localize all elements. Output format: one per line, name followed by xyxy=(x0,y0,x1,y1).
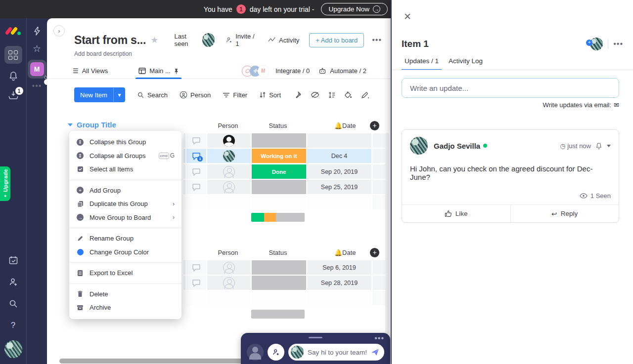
email-hint[interactable]: Write updates via email: ✉ xyxy=(543,101,619,109)
column-header-date[interactable]: 🔔 Date xyxy=(306,249,370,256)
comment-bubble-icon[interactable] xyxy=(192,279,201,287)
sidebar-item-quick-actions[interactable] xyxy=(33,26,42,36)
date-cell[interactable]: Sep 20, 2019 xyxy=(307,164,371,179)
send-icon[interactable] xyxy=(371,348,379,356)
add-item-row[interactable] xyxy=(183,195,385,209)
vertical-scroll-strip[interactable] xyxy=(385,133,389,334)
column-header-date[interactable]: 🔔 Date xyxy=(306,122,370,129)
chevron-down-icon[interactable] xyxy=(607,145,611,147)
sidebar-item-search[interactable] xyxy=(8,299,18,309)
group-title[interactable]: Group Title xyxy=(68,121,116,129)
person-cell[interactable] xyxy=(207,180,251,194)
comment-bubble-active-icon[interactable]: 1 xyxy=(192,152,201,160)
board-title[interactable]: Start from s... xyxy=(74,34,146,47)
sidebar-item-help[interactable]: ? xyxy=(11,321,15,330)
table-row[interactable]: Done Sep 20, 2019 xyxy=(183,164,385,179)
offline-member-avatar[interactable] xyxy=(247,344,264,361)
table-row[interactable] xyxy=(183,133,385,148)
caret-down-icon[interactable] xyxy=(68,123,73,126)
add-to-board-button[interactable]: + Add to board xyxy=(309,33,364,47)
activity-button[interactable]: Activity xyxy=(268,37,299,44)
date-cell[interactable]: Sep 6, 2019 xyxy=(307,260,371,275)
upgrade-side-tab[interactable]: Upgrade ✦ xyxy=(0,166,10,201)
search-button[interactable]: Search xyxy=(137,91,168,99)
sidebar-item-more-workspaces[interactable]: ••• xyxy=(32,81,42,90)
edit-pencil-icon[interactable] xyxy=(361,91,369,99)
person-cell[interactable] xyxy=(207,164,251,179)
column-header-person[interactable]: Person xyxy=(206,122,250,129)
sidebar-item-main-workspace[interactable]: M ⌂ xyxy=(28,60,46,79)
add-column-button[interactable]: + xyxy=(370,121,379,130)
reply-button[interactable]: ↩ Reply xyxy=(511,205,619,222)
person-cell[interactable] xyxy=(207,133,251,148)
menu-item-add-group[interactable]: + Add Group xyxy=(69,184,181,198)
tab-updates[interactable]: Updates / 1 xyxy=(402,57,442,70)
monday-logo[interactable] xyxy=(6,26,21,37)
menu-item-select-all-items[interactable]: Select all Items xyxy=(69,162,181,176)
menu-item-delete[interactable]: Delete xyxy=(69,287,181,301)
status-cell[interactable] xyxy=(252,276,306,290)
integrate-button[interactable]: Integrate / 0 xyxy=(273,67,312,75)
menu-item-rename-group[interactable]: Rename Group xyxy=(69,232,181,245)
chat-message-input[interactable]: Say hi to your team! xyxy=(288,344,384,361)
status-cell[interactable] xyxy=(252,180,306,194)
column-header-status[interactable]: Status xyxy=(251,122,305,129)
status-cell[interactable]: Working on it xyxy=(252,149,306,163)
item-title[interactable]: Item 1 xyxy=(402,39,429,49)
sidebar-item-invite-members[interactable] xyxy=(8,277,18,287)
board-menu-button[interactable]: ••• xyxy=(372,36,382,44)
sidebar-item-favorites[interactable]: ☆ xyxy=(33,43,41,54)
filter-button[interactable]: Filter xyxy=(223,91,247,99)
new-item-button[interactable]: New Item ▼ xyxy=(74,87,125,102)
drag-handle[interactable] xyxy=(309,337,322,338)
board-description[interactable]: Add board description xyxy=(74,50,132,57)
comment-bubble-icon[interactable] xyxy=(192,264,201,272)
bell-icon[interactable] xyxy=(595,142,602,150)
tab-main[interactable]: Main ... xyxy=(133,63,184,79)
add-item-row[interactable] xyxy=(183,291,385,305)
date-cell[interactable]: Sep 28, 2019 xyxy=(307,276,371,290)
status-cell[interactable] xyxy=(252,260,306,275)
sidebar-item-my-week[interactable] xyxy=(8,255,18,265)
group1-status-summary-bar[interactable] xyxy=(251,213,305,222)
item-menu-button[interactable]: ••• xyxy=(613,40,623,48)
date-cell[interactable]: Dec 4 xyxy=(307,149,371,163)
comment-author-avatar[interactable] xyxy=(410,137,428,155)
table-row[interactable]: Sep 25, 2019 xyxy=(183,180,385,194)
comment-bubble-icon[interactable] xyxy=(192,137,201,145)
person-cell[interactable] xyxy=(207,276,251,290)
menu-item-duplicate-this-group[interactable]: Duplicate this Group › xyxy=(69,197,181,211)
comment-author-name[interactable]: Gadjo Sevilla xyxy=(434,142,480,150)
menu-item-collapse-all-groups[interactable]: ⇕ Collapse all Groups cmdG xyxy=(69,149,181,163)
upgrade-now-button[interactable]: Upgrade Now → xyxy=(321,3,388,15)
table-row[interactable]: Sep 6, 2019 xyxy=(183,260,385,275)
group2-status-summary-bar[interactable] xyxy=(251,310,305,319)
chevron-down-icon[interactable]: ▼ xyxy=(113,87,125,102)
invite-member-button[interactable] xyxy=(268,344,284,361)
tab-activity-log[interactable]: Activity Log xyxy=(446,57,486,70)
add-column-button[interactable]: + xyxy=(370,248,379,257)
date-cell[interactable]: Sep 25, 2019 xyxy=(307,180,371,194)
column-header-person[interactable]: Person xyxy=(206,249,250,256)
sidebar-user-avatar[interactable] xyxy=(4,340,22,358)
like-button[interactable]: Like xyxy=(402,205,511,222)
menu-item-collapse-this-group[interactable]: ⇕ Collapse this Group xyxy=(69,135,181,149)
collapse-sidebar-button[interactable]: › xyxy=(53,25,65,37)
automate-button[interactable]: Automate / 2 xyxy=(316,67,368,75)
sort-button[interactable]: Sort xyxy=(259,91,281,99)
table-row-highlighted[interactable]: 1 Working on it Dec 4 xyxy=(183,149,385,163)
menu-item-archive[interactable]: Archive xyxy=(69,301,181,315)
pin-tool-icon[interactable] xyxy=(294,91,302,99)
date-cell[interactable] xyxy=(307,133,371,148)
color-bucket-icon[interactable] xyxy=(344,91,352,99)
table-row[interactable]: Sep 28, 2019 xyxy=(183,276,385,290)
person-cell[interactable] xyxy=(207,149,251,163)
last-seen[interactable]: Last seen xyxy=(174,33,215,47)
comment-bubble-icon[interactable] xyxy=(192,183,201,191)
close-icon[interactable]: ✕ xyxy=(404,11,411,22)
menu-item-export-to-excel[interactable]: Export to Excel xyxy=(69,266,181,280)
status-cell[interactable]: Done xyxy=(252,164,306,179)
column-header-status[interactable]: Status xyxy=(251,249,305,256)
seen-indicator[interactable]: 1 Seen xyxy=(402,181,619,204)
row-height-icon[interactable] xyxy=(328,91,335,99)
